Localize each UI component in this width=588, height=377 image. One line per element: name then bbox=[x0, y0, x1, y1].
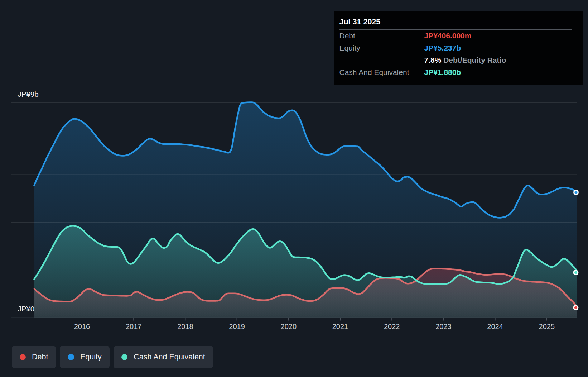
svg-text:2017: 2017 bbox=[126, 323, 142, 330]
svg-text:JP¥9b: JP¥9b bbox=[18, 90, 39, 98]
svg-text:2022: 2022 bbox=[384, 323, 400, 330]
svg-text:JP¥0: JP¥0 bbox=[18, 305, 35, 313]
svg-text:2025: 2025 bbox=[539, 323, 555, 330]
svg-text:2023: 2023 bbox=[435, 323, 452, 330]
svg-text:2020: 2020 bbox=[281, 323, 297, 330]
svg-text:2021: 2021 bbox=[332, 323, 348, 330]
svg-text:2024: 2024 bbox=[487, 323, 503, 330]
svg-text:2018: 2018 bbox=[177, 323, 193, 330]
svg-text:2019: 2019 bbox=[229, 323, 245, 330]
svg-text:2016: 2016 bbox=[74, 323, 90, 330]
